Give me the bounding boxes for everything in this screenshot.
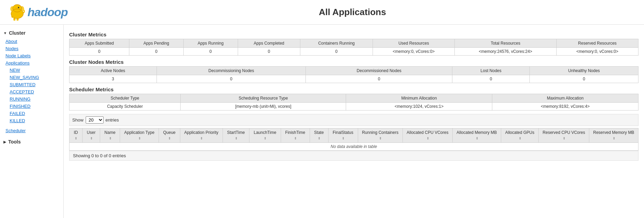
show-entries-bar: Show 10 20 25 50 100 entries	[69, 114, 638, 126]
sort-user-icon: ⇕	[90, 137, 93, 141]
sort-allocated-cpu-icon: ⇕	[427, 137, 429, 141]
col-lost-nodes: Lost Nodes	[452, 67, 530, 75]
cluster-nodes-title: Cluster Nodes Metrics	[69, 59, 638, 65]
sort-priority-icon: ⇕	[200, 137, 203, 141]
showing-info: Showing 0 to 0 of 0 entries	[69, 151, 638, 161]
col-apps-pending: Apps Pending	[129, 39, 183, 48]
col-used-resources: Used Resources	[373, 39, 454, 48]
apps-col-finishtime[interactable]: FinishTime ⇕	[281, 128, 310, 143]
cluster-nodes-row: 3 0 0 0 0	[69, 75, 638, 83]
sidebar-item-running[interactable]: RUNNING	[0, 95, 63, 103]
sidebar-item-submitted[interactable]: SUBMITTED	[0, 81, 63, 88]
sort-state-icon: ⇕	[318, 137, 321, 141]
apps-col-running-containers[interactable]: Running Containers ⇕	[358, 128, 402, 143]
sidebar-cluster-toggle[interactable]: ▼ Cluster	[0, 28, 63, 38]
val-reserved-resources: <memory:0, vCores:0>	[556, 48, 638, 56]
col-decommissioning-nodes: Decommissioning Nodes	[157, 67, 306, 75]
val-unhealthy-nodes: 0	[530, 75, 638, 83]
cluster-metrics-title: Cluster Metrics	[69, 32, 638, 37]
sort-allocated-memory-icon: ⇕	[476, 137, 479, 141]
content-area: Cluster Metrics Apps Submitted Apps Pend…	[64, 25, 644, 218]
apps-col-user[interactable]: User ⇕	[82, 128, 100, 143]
apps-col-name[interactable]: Name ⇕	[100, 128, 120, 143]
sidebar-item-about[interactable]: About	[0, 38, 63, 45]
val-lost-nodes: 0	[452, 75, 530, 83]
tools-arrow-icon: ▶	[3, 140, 6, 144]
cluster-metrics-row: 0 0 0 0 0 <memory:0, vCores:0> <memory:2…	[69, 48, 638, 56]
apps-col-starttime[interactable]: StartTime ⇕	[223, 128, 249, 143]
applications-table: ID ⇕ User ⇕ Name ⇕ Application Type	[69, 128, 638, 151]
col-max-allocation: Maximum Allocation	[492, 94, 638, 103]
sidebar: ▼ Cluster About Nodes Node Labels Applic…	[0, 25, 64, 218]
val-apps-submitted: 0	[69, 48, 129, 56]
sort-finalstatus-icon: ⇕	[342, 137, 345, 141]
scheduler-metrics-title: Scheduler Metrics	[69, 87, 638, 92]
sort-reserved-memory-icon: ⇕	[613, 137, 615, 141]
apps-col-allocated-memory[interactable]: Allocated Memory MB ⇕	[452, 128, 501, 143]
svg-rect-6	[17, 18, 19, 21]
val-max-allocation: <memory:8192, vCores:4>	[492, 103, 638, 111]
val-min-allocation: <memory:1024, vCores:1>	[346, 103, 492, 111]
apps-col-application-type[interactable]: Application Type ⇕	[120, 128, 159, 143]
col-scheduling-resource-type: Scheduling Resource Type	[181, 94, 346, 103]
val-apps-pending: 0	[129, 48, 183, 56]
col-total-resources: Total Resources	[455, 39, 556, 48]
col-reserved-resources: Reserved Resources	[556, 39, 638, 48]
sidebar-item-applications[interactable]: Applications	[0, 59, 63, 67]
logo-text: hadoop	[28, 5, 68, 19]
col-apps-submitted: Apps Submitted	[69, 39, 129, 48]
apps-col-finalstatus[interactable]: FinalStatus ⇕	[328, 128, 358, 143]
sidebar-item-finished[interactable]: FINISHED	[0, 103, 63, 110]
logo: hadoop	[7, 3, 68, 22]
entries-select[interactable]: 10 20 25 50 100	[86, 116, 104, 124]
sidebar-item-killed[interactable]: KILLED	[0, 117, 63, 124]
apps-col-allocated-cpu[interactable]: Allocated CPU VCores ⇕	[402, 128, 452, 143]
sort-allocated-gpus-icon: ⇕	[519, 137, 522, 141]
val-scheduling-resource-type: [memory-mb (unit=Mi), vcores]	[181, 103, 346, 111]
cluster-metrics-table: Apps Submitted Apps Pending Apps Running…	[69, 39, 638, 56]
sidebar-item-failed[interactable]: FAILED	[0, 110, 63, 117]
sort-id-icon: ⇕	[75, 137, 77, 141]
sidebar-item-scheduler[interactable]: Scheduler	[0, 127, 63, 134]
no-data-row: No data available in table	[69, 143, 638, 151]
apps-col-reserved-memory[interactable]: Reserved Memory MB ⇕	[589, 128, 638, 143]
sort-launchtime-icon: ⇕	[264, 137, 267, 141]
sort-starttime-icon: ⇕	[235, 137, 238, 141]
sort-name-icon: ⇕	[109, 137, 112, 141]
page-title: All Applications	[68, 7, 637, 18]
col-active-nodes: Active Nodes	[69, 67, 157, 75]
sidebar-item-new[interactable]: NEW	[0, 67, 63, 74]
val-decommissioning-nodes: 0	[157, 75, 306, 83]
apps-col-queue[interactable]: Queue ⇕	[159, 128, 180, 143]
sort-finishtime-icon: ⇕	[294, 137, 297, 141]
val-decommissioned-nodes: 0	[306, 75, 452, 83]
cluster-nodes-table: Active Nodes Decommissioning Nodes Decom…	[69, 66, 638, 83]
svg-point-4	[18, 7, 19, 8]
sidebar-item-accepted[interactable]: ACCEPTED	[0, 88, 63, 95]
sort-running-containers-icon: ⇕	[379, 137, 382, 141]
col-min-allocation: Minimum Allocation	[346, 94, 492, 103]
sidebar-tools-toggle[interactable]: ▶ Tools	[0, 137, 63, 147]
val-scheduler-type: Capacity Scheduler	[69, 103, 181, 111]
show-label: Show	[72, 117, 84, 123]
apps-col-reserved-cpu[interactable]: Reserved CPU VCores ⇕	[539, 128, 589, 143]
apps-col-allocated-gpus[interactable]: Allocated GPUs ⇕	[501, 128, 538, 143]
val-containers-running: 0	[300, 48, 373, 56]
hadoop-elephant-icon	[7, 3, 28, 22]
apps-col-id[interactable]: ID ⇕	[69, 128, 83, 143]
sidebar-item-new-saving[interactable]: NEW_SAVING	[0, 74, 63, 81]
sidebar-item-nodes[interactable]: Nodes	[0, 45, 63, 52]
apps-col-launchtime[interactable]: LaunchTime ⇕	[249, 128, 281, 143]
sidebar-item-node-labels[interactable]: Node Labels	[0, 52, 63, 59]
apps-col-priority[interactable]: Application Priority ⇕	[180, 128, 223, 143]
cluster-label: Cluster	[9, 30, 25, 36]
apps-col-state[interactable]: State ⇕	[310, 128, 328, 143]
col-containers-running: Containers Running	[300, 39, 373, 48]
val-active-nodes: 3	[69, 75, 157, 83]
col-decommissioned-nodes: Decommissioned Nodes	[306, 67, 452, 75]
val-apps-completed: 0	[238, 48, 300, 56]
col-unhealthy-nodes: Unhealthy Nodes	[530, 67, 638, 75]
entries-label: entries	[106, 117, 119, 123]
col-apps-completed: Apps Completed	[238, 39, 300, 48]
col-apps-running: Apps Running	[183, 39, 238, 48]
